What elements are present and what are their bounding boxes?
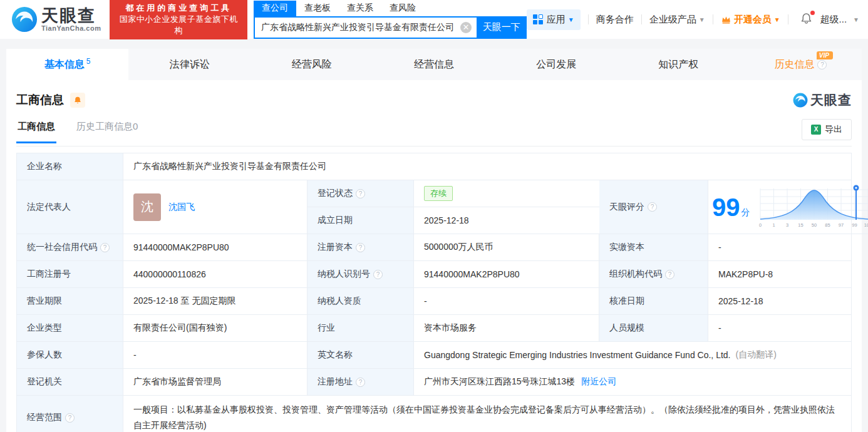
reg-address-label: 注册地址? (307, 369, 414, 396)
svg-text:100: 100 (864, 222, 868, 228)
help-icon[interactable]: ? (373, 270, 383, 279)
establish-date-label: 成立日期 (307, 207, 414, 234)
status-badge: 存续 (424, 186, 453, 201)
user-account-menu[interactable]: 超级... ▼ (820, 14, 859, 26)
help-icon[interactable]: ? (356, 378, 365, 387)
subtab-bar: 工商信息 历史工商信息0 X 导出 (16, 118, 852, 147)
tab-operating-risk[interactable]: 经营风险 (251, 49, 373, 80)
credit-code-label: 统一社会信用代码? (17, 234, 123, 261)
help-icon[interactable]: ? (665, 270, 674, 279)
approval-date-label: 核准日期 (599, 288, 708, 315)
staff-size-label: 人员规模 (599, 315, 708, 342)
search-button[interactable]: 天眼一下 (477, 16, 527, 39)
taxpayer-quality-label: 纳税人资质 (307, 288, 414, 315)
reg-number-label: 工商注册号 (17, 261, 123, 288)
subtab-history-business-info[interactable]: 历史工商信息0 (75, 121, 139, 143)
company-nav-tabs: 基本信息5 法律诉讼 经营风险 经营信息 公司发展 知识产权 VIP 历史信息 … (6, 49, 862, 80)
chevron-down-icon: ▼ (699, 16, 705, 23)
vip-badge: VIP (817, 51, 833, 59)
brand-name: 天眼查 (41, 7, 101, 24)
table-row: 企业名称 广东省战略性新兴产业投资引导基金有限责任公司 (17, 153, 851, 180)
tab-intellectual-property[interactable]: 知识产权 (617, 49, 740, 80)
promo-line1: 都在用的商业查询工具 (116, 3, 241, 14)
help-icon[interactable]: ? (100, 243, 110, 252)
help-icon[interactable]: ? (356, 189, 365, 198)
nearby-companies-link[interactable]: 附近公司 (581, 376, 616, 388)
divider (713, 14, 713, 24)
divider (588, 14, 589, 24)
subtab-current-business-info[interactable]: 工商信息 (16, 121, 56, 143)
reg-authority-value: 广东省市场监督管理局 (123, 369, 307, 396)
reg-status-value: 存续 (414, 180, 599, 207)
subscribe-bell-button[interactable] (70, 93, 85, 108)
legal-rep-link[interactable]: 沈国飞 (168, 202, 195, 213)
search-tab-boss[interactable]: 查老板 (296, 1, 339, 16)
help-icon[interactable]: ? (65, 413, 75, 423)
table-row: 登记机关 广东省市场监督管理局 注册地址? 广州市天河区珠江西路15号珠江城13… (17, 369, 851, 396)
reg-capital-label: 注册资本? (307, 234, 414, 261)
enterprise-label: 企业级产品 (649, 14, 696, 26)
taxpayer-id-value: 91440000MAK2P8PU80 (414, 261, 599, 288)
svg-text:3: 3 (785, 222, 788, 228)
industry-value: 资本市场服务 (414, 315, 599, 342)
avatar[interactable]: 沈 (133, 193, 161, 221)
table-row: 工商注册号 440000000110826 纳税人识别号? 91440000MA… (17, 261, 851, 288)
org-code-value: MAK2P8PU-8 (708, 261, 851, 288)
paid-capital-value: - (708, 234, 851, 261)
tab-legal-proceedings[interactable]: 法律诉讼 (128, 49, 251, 80)
business-info-section: 工商信息 天眼查 工商信息 历史工商信息0 X 导出 (6, 80, 862, 432)
promo-banner[interactable]: 都在用的商业查询工具 国家中小企业发展子基金旗下机构 (110, 0, 247, 39)
business-info-table: 企业名称 广东省战略性新兴产业投资引导基金有限责任公司 法定代表人 沈 沈国飞 … (16, 153, 852, 432)
notice-bell-icon (73, 96, 82, 105)
company-name-label: 企业名称 (17, 153, 123, 180)
crown-icon (721, 14, 731, 25)
table-row: 法定代表人 沈 沈国飞 登记状态? 存续 成立日期 (17, 180, 851, 234)
promo-line2: 国家中小企业发展子基金旗下机构 (116, 14, 241, 36)
establish-date-value: 2025-12-18 (414, 207, 599, 234)
svg-text:0: 0 (758, 222, 761, 228)
approval-date-value: 2025-12-18 (708, 288, 851, 315)
divider (641, 14, 642, 24)
page-body: 基本信息5 法律诉讼 经营风险 经营信息 公司发展 知识产权 VIP 历史信息 … (0, 39, 868, 432)
search-input[interactable] (254, 16, 477, 39)
english-name-label: 英文名称 (307, 342, 414, 369)
search-tab-risk[interactable]: 查风险 (381, 1, 424, 16)
tianyancha-logo-icon (11, 6, 38, 33)
tab-history-info[interactable]: VIP 历史信息 ? (740, 49, 862, 80)
search-tab-relation[interactable]: 查关系 (339, 1, 381, 16)
credit-code-value: 91440000MAK2P8PU80 (123, 234, 307, 261)
tab-count: 5 (86, 57, 91, 66)
notifications-button[interactable] (800, 12, 813, 27)
industry-label: 行业 (307, 315, 414, 342)
search-tab-company[interactable]: 查公司 (254, 1, 296, 16)
score-marker (853, 185, 859, 220)
cooperation-link[interactable]: 商务合作 (596, 14, 634, 26)
reg-status-label: 登记状态? (307, 180, 414, 207)
tab-company-development[interactable]: 公司发展 (495, 49, 617, 80)
table-row: 统一社会信用代码? 91440000MAK2P8PU80 注册资本? 50000… (17, 234, 851, 261)
reg-capital-value: 5000000万人民币 (414, 234, 599, 261)
tianyancha-logo[interactable]: 天眼查 TianYanCha.com (11, 6, 101, 33)
insured-count-label: 参保人数 (17, 342, 123, 369)
svg-text:97: 97 (838, 222, 843, 228)
chevron-down-icon: ▼ (774, 16, 780, 23)
chevron-down-icon: ▼ (853, 16, 859, 23)
export-button[interactable]: X 导出 (802, 119, 852, 140)
tab-business-info[interactable]: 经营信息 (373, 49, 495, 80)
tab-basic-info[interactable]: 基本信息5 (6, 49, 128, 80)
help-icon[interactable]: ? (356, 243, 365, 252)
apps-menu[interactable]: 应用 ▼ (527, 9, 581, 30)
company-name-value: 广东省战略性新兴产业投资引导基金有限责任公司 (123, 153, 851, 180)
vip-upgrade-menu[interactable]: 开通会员 ▼ (721, 14, 780, 26)
staff-size-value: - (708, 315, 851, 342)
help-icon[interactable]: ? (648, 202, 657, 212)
insured-count-value: - (123, 342, 307, 369)
auto-translate-note: (自动翻译) (736, 349, 777, 361)
enterprise-menu[interactable]: 企业级产品 ▼ (649, 14, 705, 26)
user-label: 超级... (820, 14, 847, 26)
help-icon[interactable]: ? (817, 60, 827, 69)
watermark-logo-icon (793, 93, 808, 108)
score-unit: 分 (741, 207, 750, 219)
clear-icon[interactable]: ✕ (460, 22, 472, 33)
taxpayer-id-label: 纳税人识别号? (307, 261, 414, 288)
